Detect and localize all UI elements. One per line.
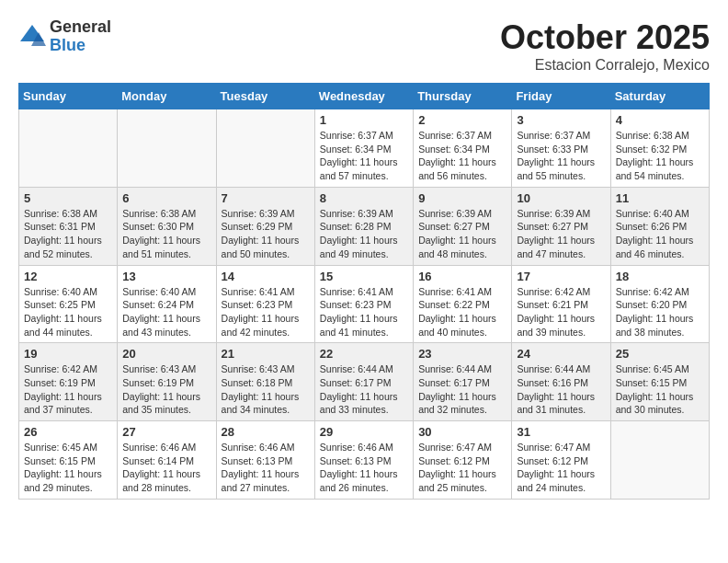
- calendar-cell: 19Sunrise: 6:42 AM Sunset: 6:19 PM Dayli…: [19, 343, 118, 421]
- month-title: October 2025: [500, 18, 710, 57]
- logo-blue: Blue: [50, 37, 111, 55]
- day-number: 14: [222, 270, 310, 283]
- calendar-cell: 11Sunrise: 6:40 AM Sunset: 6:26 PM Dayli…: [610, 187, 709, 265]
- day-info: Sunrise: 6:43 AM Sunset: 6:19 PM Dayligh…: [122, 362, 210, 417]
- day-info: Sunrise: 6:37 AM Sunset: 6:33 PM Dayligh…: [517, 129, 605, 183]
- calendar-cell: 13Sunrise: 6:40 AM Sunset: 6:24 PM Dayli…: [118, 265, 216, 343]
- logo: General Blue: [18, 18, 111, 55]
- day-number: 4: [616, 113, 704, 127]
- day-number: 20: [122, 347, 210, 361]
- calendar-cell: 29Sunrise: 6:46 AM Sunset: 6:13 PM Dayli…: [314, 421, 413, 500]
- day-info: Sunrise: 6:38 AM Sunset: 6:31 PM Dayligh…: [24, 207, 112, 261]
- calendar-cell: 3Sunrise: 6:37 AM Sunset: 6:33 PM Daylig…: [512, 109, 610, 188]
- calendar-cell: 12Sunrise: 6:40 AM Sunset: 6:25 PM Dayli…: [19, 265, 118, 343]
- calendar-header-row: SundayMondayTuesdayWednesdayThursdayFrid…: [19, 84, 710, 109]
- day-info: Sunrise: 6:38 AM Sunset: 6:32 PM Dayligh…: [616, 129, 704, 183]
- day-info: Sunrise: 6:45 AM Sunset: 6:15 PM Dayligh…: [616, 362, 704, 417]
- calendar-cell: 22Sunrise: 6:44 AM Sunset: 6:17 PM Dayli…: [314, 343, 413, 421]
- calendar-cell: 18Sunrise: 6:42 AM Sunset: 6:20 PM Dayli…: [610, 265, 709, 343]
- day-info: Sunrise: 6:44 AM Sunset: 6:17 PM Dayligh…: [418, 362, 506, 417]
- calendar-week-row: 1Sunrise: 6:37 AM Sunset: 6:34 PM Daylig…: [19, 109, 710, 188]
- day-number: 22: [320, 347, 408, 361]
- day-number: 5: [24, 191, 112, 205]
- day-info: Sunrise: 6:46 AM Sunset: 6:13 PM Dayligh…: [222, 441, 310, 495]
- day-number: 19: [24, 347, 112, 361]
- day-info: Sunrise: 6:37 AM Sunset: 6:34 PM Dayligh…: [418, 129, 506, 183]
- day-info: Sunrise: 6:42 AM Sunset: 6:19 PM Dayligh…: [24, 362, 112, 417]
- header-wednesday: Wednesday: [314, 84, 413, 109]
- day-number: 7: [222, 191, 310, 205]
- calendar-cell: [19, 109, 118, 188]
- day-number: 28: [222, 425, 310, 439]
- calendar-cell: 30Sunrise: 6:47 AM Sunset: 6:12 PM Dayli…: [414, 421, 512, 500]
- calendar-cell: 1Sunrise: 6:37 AM Sunset: 6:34 PM Daylig…: [314, 109, 413, 188]
- day-info: Sunrise: 6:37 AM Sunset: 6:34 PM Dayligh…: [320, 129, 408, 183]
- calendar-cell: [216, 109, 314, 188]
- calendar-table: SundayMondayTuesdayWednesdayThursdayFrid…: [18, 83, 710, 500]
- day-info: Sunrise: 6:46 AM Sunset: 6:13 PM Dayligh…: [320, 441, 408, 495]
- calendar-cell: 7Sunrise: 6:39 AM Sunset: 6:29 PM Daylig…: [216, 187, 314, 265]
- day-number: 16: [418, 270, 506, 283]
- day-number: 8: [320, 191, 408, 205]
- day-number: 27: [122, 425, 210, 439]
- calendar-cell: 2Sunrise: 6:37 AM Sunset: 6:34 PM Daylig…: [414, 109, 512, 188]
- day-number: 23: [418, 347, 506, 361]
- calendar-cell: 8Sunrise: 6:39 AM Sunset: 6:28 PM Daylig…: [314, 187, 413, 265]
- day-info: Sunrise: 6:41 AM Sunset: 6:23 PM Dayligh…: [222, 285, 310, 339]
- day-info: Sunrise: 6:40 AM Sunset: 6:26 PM Dayligh…: [616, 207, 704, 261]
- calendar-week-row: 5Sunrise: 6:38 AM Sunset: 6:31 PM Daylig…: [19, 187, 710, 265]
- calendar-cell: 26Sunrise: 6:45 AM Sunset: 6:15 PM Dayli…: [19, 421, 118, 500]
- day-number: 9: [418, 191, 506, 205]
- day-number: 15: [320, 270, 408, 283]
- calendar-cell: 28Sunrise: 6:46 AM Sunset: 6:13 PM Dayli…: [216, 421, 314, 500]
- day-info: Sunrise: 6:42 AM Sunset: 6:20 PM Dayligh…: [616, 285, 704, 339]
- day-number: 13: [122, 270, 210, 283]
- logo-general: General: [50, 18, 111, 37]
- day-info: Sunrise: 6:41 AM Sunset: 6:22 PM Dayligh…: [418, 285, 506, 339]
- day-number: 17: [517, 270, 605, 283]
- header-saturday: Saturday: [610, 84, 709, 109]
- day-info: Sunrise: 6:38 AM Sunset: 6:30 PM Dayligh…: [122, 207, 210, 261]
- header-tuesday: Tuesday: [216, 84, 314, 109]
- calendar-cell: 9Sunrise: 6:39 AM Sunset: 6:27 PM Daylig…: [414, 187, 512, 265]
- day-info: Sunrise: 6:40 AM Sunset: 6:25 PM Dayligh…: [24, 285, 112, 339]
- day-number: 1: [320, 113, 408, 127]
- day-number: 2: [418, 113, 506, 127]
- calendar-week-row: 26Sunrise: 6:45 AM Sunset: 6:15 PM Dayli…: [19, 421, 710, 500]
- header-friday: Friday: [512, 84, 610, 109]
- day-number: 21: [222, 347, 310, 361]
- calendar-cell: 23Sunrise: 6:44 AM Sunset: 6:17 PM Dayli…: [414, 343, 512, 421]
- calendar-cell: 20Sunrise: 6:43 AM Sunset: 6:19 PM Dayli…: [118, 343, 216, 421]
- day-info: Sunrise: 6:44 AM Sunset: 6:17 PM Dayligh…: [320, 362, 408, 417]
- calendar-cell: 27Sunrise: 6:46 AM Sunset: 6:14 PM Dayli…: [118, 421, 216, 500]
- day-number: 11: [616, 191, 704, 205]
- day-info: Sunrise: 6:43 AM Sunset: 6:18 PM Dayligh…: [222, 362, 310, 417]
- day-info: Sunrise: 6:40 AM Sunset: 6:24 PM Dayligh…: [122, 285, 210, 339]
- page-header: General Blue October 2025 Estacion Corra…: [18, 18, 710, 74]
- day-info: Sunrise: 6:41 AM Sunset: 6:23 PM Dayligh…: [320, 285, 408, 339]
- day-number: 6: [122, 191, 210, 205]
- calendar-cell: 31Sunrise: 6:47 AM Sunset: 6:12 PM Dayli…: [512, 421, 610, 500]
- day-number: 29: [320, 425, 408, 439]
- calendar-cell: 15Sunrise: 6:41 AM Sunset: 6:23 PM Dayli…: [314, 265, 413, 343]
- title-block: October 2025 Estacion Corralejo, Mexico: [500, 18, 710, 74]
- calendar-cell: 10Sunrise: 6:39 AM Sunset: 6:27 PM Dayli…: [512, 187, 610, 265]
- calendar-cell: [610, 421, 709, 500]
- calendar-cell: 5Sunrise: 6:38 AM Sunset: 6:31 PM Daylig…: [19, 187, 118, 265]
- logo-icon: [18, 23, 46, 51]
- day-info: Sunrise: 6:42 AM Sunset: 6:21 PM Dayligh…: [517, 285, 605, 339]
- calendar-week-row: 12Sunrise: 6:40 AM Sunset: 6:25 PM Dayli…: [19, 265, 710, 343]
- calendar-cell: 25Sunrise: 6:45 AM Sunset: 6:15 PM Dayli…: [610, 343, 709, 421]
- day-number: 3: [517, 113, 605, 127]
- day-info: Sunrise: 6:44 AM Sunset: 6:16 PM Dayligh…: [517, 362, 605, 417]
- calendar-cell: 14Sunrise: 6:41 AM Sunset: 6:23 PM Dayli…: [216, 265, 314, 343]
- day-number: 31: [517, 425, 605, 439]
- day-info: Sunrise: 6:47 AM Sunset: 6:12 PM Dayligh…: [418, 441, 506, 495]
- calendar-cell: 4Sunrise: 6:38 AM Sunset: 6:32 PM Daylig…: [610, 109, 709, 188]
- header-thursday: Thursday: [414, 84, 512, 109]
- calendar-cell: 24Sunrise: 6:44 AM Sunset: 6:16 PM Dayli…: [512, 343, 610, 421]
- day-number: 25: [616, 347, 704, 361]
- calendar-cell: 21Sunrise: 6:43 AM Sunset: 6:18 PM Dayli…: [216, 343, 314, 421]
- day-info: Sunrise: 6:47 AM Sunset: 6:12 PM Dayligh…: [517, 441, 605, 495]
- day-number: 30: [418, 425, 506, 439]
